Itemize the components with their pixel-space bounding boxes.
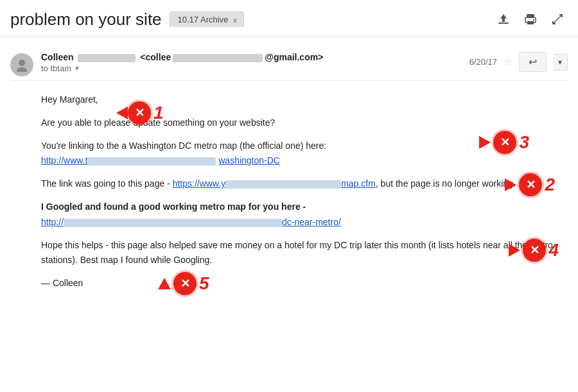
- sender-to-line: to tbtam ▼: [41, 64, 323, 73]
- email-signature: — Colleen: [41, 276, 565, 291]
- svg-line-6: [553, 15, 562, 24]
- sender-email-blur-2: [173, 54, 263, 62]
- archive-tab-label: 10.17 Archive: [178, 15, 229, 24]
- svg-marker-1: [500, 14, 507, 22]
- link3-visible[interactable]: dc-near-metro/: [282, 217, 341, 227]
- email-header: problem on your site 10.17 Archive x: [0, 0, 578, 37]
- email-greeting: Hey Margaret,: [41, 92, 565, 108]
- archive-tab[interactable]: 10.17 Archive x: [170, 12, 244, 27]
- to-dropdown-arrow[interactable]: ▼: [74, 65, 80, 72]
- print-icon-button[interactable]: [520, 9, 541, 30]
- email-container: Colleen <collee@gmail.com> to tbtam ▼ 6/…: [0, 37, 578, 314]
- email-line2: You're linking to the a Washington DC me…: [41, 139, 565, 169]
- sender-info-left: Colleen <collee@gmail.com> to tbtam ▼: [10, 52, 323, 76]
- sender-row: Colleen <collee@gmail.com> to tbtam ▼ 6/…: [10, 46, 568, 81]
- sender-right: 6/20/17 ☆ ↩ ▾: [469, 52, 568, 72]
- email-line3-suffix: , but the page is no longer working.: [376, 178, 516, 189]
- sender-email-blur-1: [78, 54, 136, 62]
- reply-button[interactable]: ↩: [519, 52, 547, 72]
- archive-tab-close[interactable]: x: [233, 16, 237, 24]
- svg-rect-4: [527, 21, 534, 24]
- sender-name-line: Colleen <collee@gmail.com>: [41, 52, 323, 62]
- svg-rect-0: [498, 22, 509, 24]
- email-last-para: Hope this helps - this page also helped …: [41, 238, 565, 269]
- email-body: 1 Hey Margaret, 3 Are you able to please…: [10, 81, 568, 305]
- star-icon[interactable]: ☆: [504, 56, 512, 68]
- reply-arrow-icon: ↩: [529, 56, 537, 68]
- email-bold-text: I Googled and found a good working metro…: [41, 201, 306, 212]
- resize-icon: [551, 13, 564, 26]
- email-line3: The link was going to this page - https:…: [41, 176, 565, 192]
- sender-details: Colleen <collee@gmail.com> to tbtam ▼: [41, 52, 323, 73]
- resize-icon-button[interactable]: [547, 9, 568, 30]
- page-title: problem on your site: [10, 10, 162, 30]
- person-icon: [15, 58, 29, 72]
- svg-point-7: [19, 60, 25, 66]
- sender-avatar: [10, 53, 33, 76]
- link3-blur: [64, 219, 282, 227]
- sender-name: Colleen: [41, 52, 74, 62]
- upload-icon-button[interactable]: [493, 9, 514, 30]
- print-icon: [524, 13, 537, 26]
- email-line3-prefix: The link was going to this page -: [41, 178, 170, 189]
- svg-point-5: [533, 19, 534, 21]
- link1-blur: [87, 157, 216, 166]
- link2-blur: [225, 180, 341, 189]
- email-date: 6/20/17: [469, 57, 497, 67]
- svg-point-8: [17, 67, 27, 72]
- link1-prefix[interactable]: http://www.t: [41, 155, 216, 166]
- header-left: problem on your site 10.17 Archive x: [10, 10, 244, 30]
- to-label: to tbtam: [41, 64, 71, 73]
- email-line2-prefix: You're linking to the a Washington DC me…: [41, 141, 326, 151]
- email-line1: Are you able to please update something …: [41, 115, 565, 131]
- link3-prefix[interactable]: http://: [41, 217, 282, 227]
- header-right: [493, 9, 568, 30]
- link2-visible[interactable]: map.cfm: [341, 178, 376, 189]
- link1-visible[interactable]: washington-DC: [218, 155, 280, 166]
- upload-icon: [497, 13, 510, 26]
- reply-more-button[interactable]: ▾: [553, 54, 568, 71]
- email-bold-line: I Googled and found a good working metro…: [41, 200, 565, 230]
- link2-prefix[interactable]: https://www.y: [173, 178, 341, 189]
